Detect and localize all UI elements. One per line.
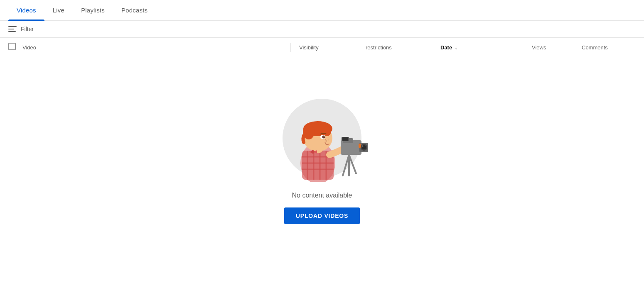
table-header: Video Visibility restrictions Date ↓ Vie… <box>0 38 644 57</box>
svg-rect-31 <box>359 144 361 148</box>
empty-state: No content available UPLOAD VIDEOS <box>0 57 644 249</box>
upload-videos-button[interactable]: UPLOAD VIDEOS <box>284 207 360 224</box>
no-content-message: No content available <box>292 192 352 199</box>
svg-point-21 <box>324 142 326 143</box>
col-header-restrictions: restrictions <box>366 44 440 51</box>
svg-point-20 <box>328 139 329 141</box>
select-all-checkbox[interactable] <box>8 43 16 52</box>
col-header-visibility: Visibility <box>299 44 366 51</box>
tabs-container: Videos Live Playlists Podcasts <box>0 0 644 21</box>
table-header-inner: Video Visibility restrictions Date ↓ Vie… <box>8 43 636 52</box>
filter-icon[interactable] <box>8 26 17 32</box>
svg-point-15 <box>323 126 331 136</box>
tab-videos[interactable]: Videos <box>8 0 44 20</box>
tab-playlists[interactable]: Playlists <box>73 0 113 20</box>
col-header-views: Views <box>532 44 582 51</box>
video-col-section: Video <box>8 43 291 52</box>
sort-arrow-icon: ↓ <box>455 44 457 51</box>
camera-person-illustration <box>276 90 368 182</box>
checkbox[interactable] <box>8 43 16 50</box>
filter-bar: Filter <box>0 21 644 38</box>
svg-point-19 <box>326 141 327 142</box>
svg-point-30 <box>362 146 364 147</box>
filter-label[interactable]: Filter <box>21 26 34 32</box>
svg-rect-33 <box>342 137 348 141</box>
col-header-video: Video <box>22 44 288 51</box>
tab-podcasts[interactable]: Podcasts <box>113 0 156 20</box>
illustration-container <box>276 90 368 182</box>
col-header-comments: Comments <box>582 44 632 51</box>
right-cols-section: Visibility restrictions Date ↓ Views Com… <box>291 44 636 51</box>
svg-point-18 <box>324 136 324 137</box>
tab-live[interactable]: Live <box>44 0 73 20</box>
col-header-date[interactable]: Date ↓ <box>440 44 532 51</box>
svg-point-24 <box>311 150 315 154</box>
